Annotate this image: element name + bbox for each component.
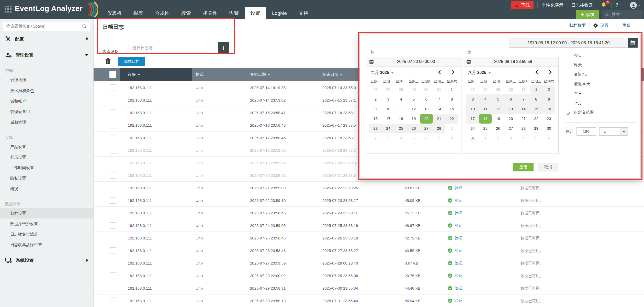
- day-cell-28[interactable]: 28: [394, 85, 407, 94]
- day-cell-18[interactable]: 18: [394, 114, 407, 124]
- to-datetime-field[interactable]: 2025-08-18 23:59:59: [463, 57, 559, 66]
- log-source-input[interactable]: 选择日志源: [129, 42, 218, 54]
- day-cell-30[interactable]: 30: [504, 85, 517, 94]
- column-header-format[interactable]: 格式: [196, 68, 204, 81]
- sidebar-item-日志收集过滤器[interactable]: 日志收集过滤器: [0, 229, 93, 239]
- cancel-button[interactable]: 取消: [538, 163, 558, 171]
- sidebar-item-威胁管理[interactable]: 威胁管理: [0, 117, 93, 127]
- verify-link[interactable]: 验证: [455, 211, 462, 215]
- day-cell-25[interactable]: 25: [394, 124, 407, 133]
- row-checkbox[interactable]: [110, 122, 116, 128]
- from-datetime-field[interactable]: 2025-02-20 00:00:00: [366, 57, 461, 66]
- day-cell-27[interactable]: 27: [420, 124, 433, 133]
- prev-month-button[interactable]: [535, 70, 538, 75]
- day-cell-5[interactable]: 5: [407, 133, 420, 143]
- day-cell-6[interactable]: 6: [543, 133, 555, 143]
- row-checkbox[interactable]: [110, 285, 116, 291]
- day-cell-2[interactable]: 2: [369, 133, 382, 143]
- row-checkbox[interactable]: [110, 247, 116, 254]
- day-cell-1[interactable]: 1: [445, 85, 458, 94]
- day-cell-13[interactable]: 13: [420, 104, 433, 114]
- day-cell-27[interactable]: 27: [466, 85, 479, 94]
- verify-link[interactable]: 验证: [455, 298, 462, 303]
- add-button[interactable]: + 添加: [576, 10, 599, 19]
- tab-相关性[interactable]: 相关性: [197, 7, 223, 19]
- tab-搜索[interactable]: 搜索: [175, 7, 197, 19]
- day-cell-9[interactable]: 9: [543, 94, 555, 104]
- day-cell-7[interactable]: 7: [433, 133, 446, 143]
- day-cell-20[interactable]: 20: [420, 114, 433, 124]
- day-cell-21[interactable]: 21: [517, 114, 530, 124]
- sidebar-group-system-settings[interactable]: 系统设置: [0, 254, 93, 266]
- day-cell-3[interactable]: 3: [382, 133, 395, 143]
- column-header-end-date[interactable]: 结束日期: [322, 68, 343, 81]
- sidebar-item-概况[interactable]: 概况: [0, 183, 93, 194]
- unit-select[interactable]: 天: [599, 127, 628, 136]
- day-cell-13[interactable]: 13: [504, 104, 517, 114]
- sidebar-item-域和帐户[interactable]: 域和帐户: [0, 96, 93, 106]
- apply-button[interactable]: 应用: [513, 163, 534, 171]
- row-checkbox[interactable]: [110, 235, 116, 241]
- day-cell-28[interactable]: 28: [479, 85, 492, 94]
- day-cell-3[interactable]: 3: [466, 94, 479, 104]
- day-cell-3[interactable]: 3: [504, 133, 517, 143]
- verify-link[interactable]: 验证: [455, 223, 462, 228]
- row-checkbox[interactable]: [110, 160, 116, 166]
- day-cell-26[interactable]: 26: [407, 124, 420, 133]
- verify-link[interactable]: 验证: [455, 248, 462, 253]
- day-cell-7[interactable]: 7: [433, 94, 446, 104]
- day-cell-31[interactable]: 31: [466, 133, 479, 143]
- day-cell-27[interactable]: 27: [504, 124, 517, 133]
- add-device-button[interactable]: +: [218, 42, 229, 54]
- row-checkbox[interactable]: [110, 222, 116, 229]
- day-cell-16[interactable]: 16: [543, 104, 555, 114]
- sidebar-item-技术员和角色[interactable]: 技术员和角色: [0, 85, 93, 96]
- day-cell-14[interactable]: 14: [433, 104, 446, 114]
- day-cell-8[interactable]: 8: [445, 133, 458, 143]
- day-cell-15[interactable]: 15: [530, 104, 543, 114]
- preset-最近7天[interactable]: 最近7天: [566, 70, 637, 79]
- archive-summary-link[interactable]: 归档摘要: [569, 23, 586, 28]
- log-receiver-link[interactable]: 日志接收器: [571, 2, 593, 8]
- day-cell-16[interactable]: 16: [369, 114, 382, 124]
- day-cell-19[interactable]: 19: [492, 114, 504, 124]
- day-cell-28[interactable]: 28: [433, 124, 446, 133]
- month-select[interactable]: 八月 2025: [468, 70, 491, 75]
- row-checkbox[interactable]: [110, 298, 116, 304]
- tab-告警[interactable]: 告警: [223, 7, 245, 19]
- day-cell-1[interactable]: 1: [530, 85, 543, 94]
- download-button[interactable]: 下载: [511, 1, 534, 9]
- day-cell-29[interactable]: 29: [407, 85, 420, 94]
- day-cell-23[interactable]: 23: [543, 114, 555, 124]
- day-cell-11[interactable]: 11: [479, 104, 492, 114]
- day-cell-11[interactable]: 11: [394, 104, 407, 114]
- day-cell-24[interactable]: 24: [382, 124, 395, 133]
- day-cell-5[interactable]: 5: [492, 94, 504, 104]
- day-cell-4[interactable]: 4: [394, 94, 407, 104]
- day-cell-8[interactable]: 8: [445, 94, 458, 104]
- day-cell-25[interactable]: 25: [479, 124, 492, 133]
- apps-grid-icon[interactable]: [5, 6, 12, 13]
- day-cell-6[interactable]: 6: [420, 133, 433, 143]
- day-cell-21[interactable]: 21: [433, 114, 446, 124]
- tab-合规性[interactable]: 合规性: [149, 7, 175, 19]
- day-cell-5[interactable]: 5: [407, 94, 420, 104]
- day-cell-12[interactable]: 12: [492, 104, 504, 114]
- day-cell-4[interactable]: 4: [394, 133, 407, 143]
- preset-昨天[interactable]: 昨天: [566, 60, 637, 70]
- sidebar-item-数据库维护设置[interactable]: 数据库维护设置: [0, 218, 93, 229]
- sidebar-item-登录设置[interactable]: 登录设置: [0, 152, 93, 162]
- verify-link[interactable]: 验证: [455, 261, 462, 266]
- day-cell-28[interactable]: 28: [517, 124, 530, 133]
- day-cell-15[interactable]: 15: [445, 104, 458, 114]
- more-link[interactable]: 更多: [616, 23, 631, 28]
- sidebar-group-admin-settings[interactable]: 管理设置: [0, 49, 93, 61]
- day-cell-6[interactable]: 6: [504, 94, 517, 104]
- day-cell-17[interactable]: 17: [466, 114, 479, 124]
- row-checkbox[interactable]: [110, 147, 116, 154]
- day-cell-29[interactable]: 29: [530, 124, 543, 133]
- day-cell-24[interactable]: 24: [466, 124, 479, 133]
- row-checkbox[interactable]: [110, 272, 116, 279]
- sidebar-item-日志收集故障告警[interactable]: 日志收集故障告警: [0, 239, 93, 250]
- row-checkbox[interactable]: [110, 172, 116, 179]
